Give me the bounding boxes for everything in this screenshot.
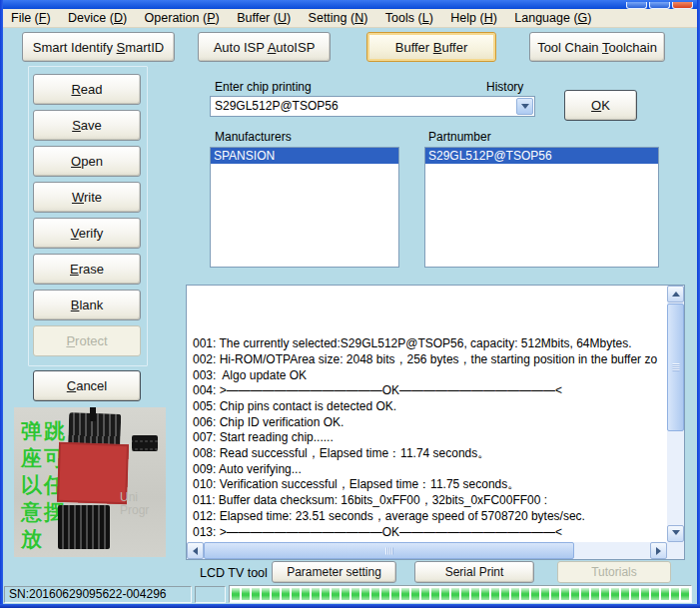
scrollbar-corner <box>667 542 684 559</box>
horizontal-scroll-thumb[interactable] <box>204 542 574 559</box>
ok-button[interactable]: OK <box>564 90 637 121</box>
log-line: 003: Algo update OK <box>193 368 666 384</box>
menu-item[interactable]: Setting (N) <box>309 9 368 28</box>
close-button[interactable] <box>672 2 693 9</box>
menu-bar: File (F) Device (D) Operation (P) Buffer… <box>3 9 697 28</box>
blank-label: Blank <box>71 298 104 312</box>
log-vertical-scrollbar[interactable] <box>667 286 684 542</box>
partnumber-listbox[interactable]: S29GL512P@TSOP56 <box>424 147 659 268</box>
manufacturers-listbox[interactable]: SPANSION <box>210 147 399 268</box>
combo-dropdown-button[interactable] <box>516 98 533 115</box>
minimize-button[interactable] <box>626 2 647 9</box>
scroll-right-button[interactable] <box>650 542 667 559</box>
manufacturer-list-item[interactable]: SPANSION <box>211 148 398 164</box>
menu-item[interactable]: Buffer (U) <box>237 9 291 28</box>
arrow-left-icon <box>189 547 198 555</box>
parameter-setting-label: Parameter setting <box>287 565 381 579</box>
verify-button[interactable]: Verify <box>33 218 141 249</box>
lcd-tv-tool-label: LCD TV tool <box>200 566 268 580</box>
write-button[interactable]: Write <box>33 182 141 213</box>
serial-print-label: Serial Print <box>445 565 504 579</box>
arrow-up-icon <box>672 288 680 297</box>
window-border-left <box>0 0 3 608</box>
open-label: Open <box>71 154 103 169</box>
cancel-label: Cancel <box>67 378 107 393</box>
progress-bar <box>229 585 692 603</box>
menu-item[interactable]: Help (H) <box>450 9 497 28</box>
smart-identify-label: Smart Identify SmartID <box>33 40 164 55</box>
arrow-right-icon <box>656 547 665 555</box>
thumb-grip-icon <box>672 363 679 371</box>
pin-header-image <box>132 435 158 451</box>
read-button[interactable]: Read <box>33 74 141 105</box>
thumb-grip-icon <box>385 547 393 554</box>
tool-chain-button[interactable]: Tool Chain Toolchain <box>529 32 665 62</box>
tool-chain-label: Tool Chain Toolchain <box>537 40 657 55</box>
window-border-bottom <box>0 604 700 608</box>
arrow-down-icon <box>672 530 680 539</box>
history-label: History <box>486 80 523 94</box>
log-text: 001: The currently selected:S29GL512P@TS… <box>188 287 666 541</box>
protect-label: Protect <box>66 333 107 348</box>
log-line: 002: Hi-ROM/OTPArea size: 2048 bits，256 … <box>193 352 666 368</box>
erase-label: Erase <box>70 262 104 277</box>
vertical-scroll-thumb[interactable] <box>667 304 684 431</box>
log-line: 006: Chip ID verification OK. <box>193 415 666 431</box>
window-controls <box>626 2 693 9</box>
menu-item[interactable]: Tools (L) <box>385 9 433 28</box>
menu-item[interactable]: Device (D) <box>68 9 127 28</box>
auto-isp-button[interactable]: Auto ISP AutoISP <box>198 32 331 62</box>
cancel-button[interactable]: Cancel <box>33 370 141 401</box>
scroll-down-button[interactable] <box>667 525 684 542</box>
partnumber-label: Partnumber <box>428 130 491 144</box>
log-line: 014: Chip pins contact is detected OK. <box>193 540 666 541</box>
menu-item[interactable]: Language (G) <box>514 9 591 28</box>
menu-item[interactable]: Operation (P) <box>145 9 220 28</box>
tutorials-label: Tutorials <box>591 565 637 579</box>
operation-log[interactable]: 001: The currently selected:S29GL512P@TS… <box>186 285 685 560</box>
auto-isp-label: Auto ISP AutoISP <box>214 40 316 55</box>
programmer-photo: 弹跳座可以任意摆放 Uni Progr <box>14 407 166 557</box>
write-label: Write <box>72 190 102 205</box>
save-button[interactable]: Save <box>33 110 141 141</box>
log-line: 013: >—————————————OK—————————————< <box>193 525 666 541</box>
log-horizontal-scrollbar[interactable] <box>187 542 667 559</box>
maximize-button[interactable] <box>649 2 670 9</box>
erase-button[interactable]: Erase <box>33 254 141 285</box>
log-line: 005: Chip pins contact is detected OK. <box>193 399 666 415</box>
smart-identify-button[interactable]: Smart Identify SmartID <box>22 32 175 62</box>
ok-label: OK <box>591 98 610 113</box>
log-line: 007: Start reading chip...... <box>193 430 666 446</box>
serial-print-button[interactable]: Serial Print <box>414 561 534 583</box>
photo-watermark: Uni Progr <box>120 491 164 517</box>
serial-number-panel: SN:20160629095622-004296 <box>4 586 192 603</box>
progress-bar-fill <box>232 588 689 600</box>
log-line: 001: The currently selected:S29GL512P@TS… <box>193 336 666 352</box>
save-label: Save <box>72 118 102 133</box>
chip-search-combobox[interactable]: S29GL512P@TSOP56 <box>210 96 535 117</box>
blank-button[interactable]: Blank <box>33 290 141 320</box>
partnumber-list-item[interactable]: S29GL512P@TSOP56 <box>425 148 658 164</box>
open-button[interactable]: Open <box>33 146 141 177</box>
manufacturers-label: Manufacturers <box>215 130 292 144</box>
log-line: 004: >—————————————OK—————————————< <box>193 383 666 399</box>
log-line: 008: Read successful，Elapsed time：11.74 … <box>193 446 666 462</box>
read-label: Read <box>71 82 102 97</box>
enter-chip-printing-label: Enter chip printing <box>215 80 312 94</box>
app-window: File (F) Device (D) Operation (P) Buffer… <box>0 0 700 608</box>
adapter-pcb-image <box>57 442 129 504</box>
socket-lever-image <box>90 407 96 421</box>
serial-number-text: SN:20160629095622-004296 <box>9 587 166 601</box>
buffer-button[interactable]: Buffer Buffer <box>366 32 496 62</box>
chip-search-value: S29GL512P@TSOP56 <box>215 97 514 116</box>
log-line: 011: Buffer data checksum: 16bits_0xFF00… <box>193 493 666 509</box>
scroll-left-button[interactable] <box>187 542 204 559</box>
scroll-up-button[interactable] <box>667 286 684 303</box>
menu-item[interactable]: File (F) <box>11 9 51 28</box>
parameter-setting-button[interactable]: Parameter setting <box>272 561 396 583</box>
log-line: 010: Verification successful，Elapsed tim… <box>193 477 666 493</box>
verify-label: Verify <box>71 226 104 241</box>
tutorials-button: Tutorials <box>557 561 671 583</box>
log-line: 009: Auto verifying... <box>193 462 666 478</box>
status-spacer-panel <box>195 586 226 603</box>
